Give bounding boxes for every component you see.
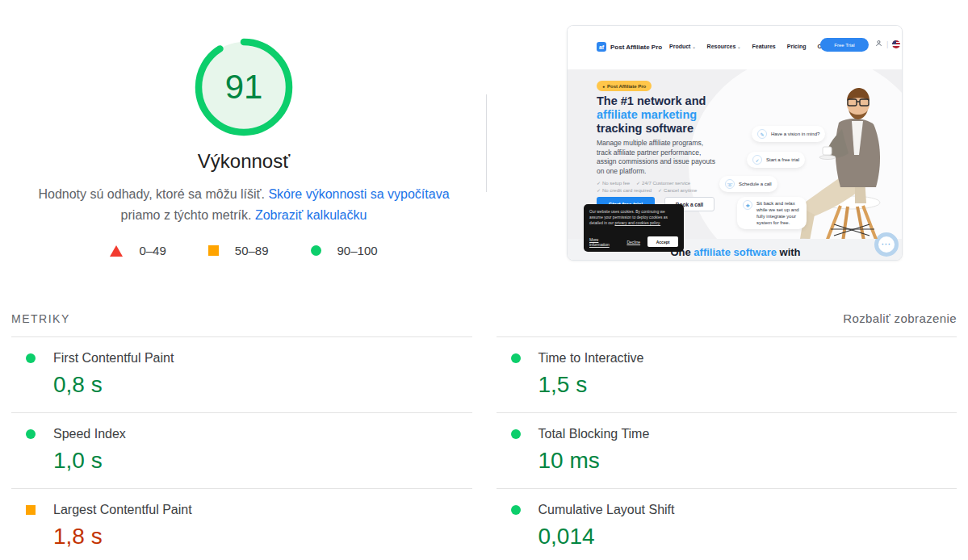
metric-first-contentful-paint: First Contentful Paint 0,8 s	[11, 336, 472, 412]
cookie-more-link: More information	[589, 237, 619, 247]
chevron-down-icon: ⌄	[692, 44, 695, 49]
metric-value: 10 ms	[538, 448, 958, 474]
metric-value: 1,5 s	[538, 372, 958, 398]
metrics-header: METRIKY Rozbaliť zobrazenie	[11, 311, 957, 336]
metric-status-icon	[511, 505, 521, 515]
report-summary-section: 91 Výkonnosť Hodnoty sú odhady, ktoré sa…	[0, 0, 968, 287]
screenshot-nav: Product ⌄ Resources ⌄ Features Pricing C…	[669, 44, 828, 49]
page-screenshot-thumbnail: af Post Affiliate Pro Product ⌄ Resource…	[567, 25, 903, 261]
metric-label: Speed Index	[53, 427, 126, 441]
hero-badge: ● Post Affiliate Pro	[597, 81, 652, 91]
legend-good: 90–100	[311, 244, 378, 257]
metric-label: Total Blocking Time	[538, 427, 650, 441]
legend-fail: 0–49	[110, 244, 166, 257]
chat-bubble-trial: ✓ Start a free trial	[747, 152, 805, 168]
metrics-section: METRIKY Rozbaliť zobrazenie First Conten…	[0, 311, 968, 560]
metric-value: 1,8 s	[53, 524, 472, 550]
metric-label: First Contentful Paint	[53, 351, 174, 366]
cookie-accept-button: Accept	[647, 236, 678, 247]
cookie-decline-link: Decline	[626, 240, 640, 244]
legend-average-range: 50–89	[235, 244, 269, 257]
chat-bubble-call: ☏ Schedule a call	[719, 176, 777, 192]
chat-bubble-vision: ✎ Have a vision in mind?	[752, 126, 825, 142]
screenshot-logo: af Post Affiliate Pro	[597, 42, 662, 52]
nav-resources: Resources ⌄	[707, 44, 741, 49]
metric-status-icon	[26, 353, 36, 363]
metrics-column-left: First Contentful Paint 0,8 s Speed Index…	[11, 336, 472, 560]
hero-checklist: ✓No setup fee✓24/7 Customer service ✓No …	[597, 180, 697, 194]
legend-fail-range: 0–49	[139, 244, 166, 257]
header-separator: |	[886, 40, 888, 48]
header-icons: | ⌄	[875, 40, 903, 48]
metric-cumulative-layout-shift: Cumulative Layout Shift 0,014	[497, 488, 958, 560]
metric-label: Largest Contentful Paint	[53, 503, 192, 517]
metric-largest-contentful-paint: Largest Contentful Paint 1,8 s	[11, 488, 472, 560]
good-circle-icon	[311, 245, 321, 256]
hero-heading-line2: affiliate marketing	[597, 108, 706, 122]
score-legend: 0–49 50–89 90–100	[0, 244, 488, 257]
chat-bubble-relax: ✚ Sit back and relax while we set up and…	[737, 197, 807, 229]
cookie-text: Our website uses cookies. By continuing …	[589, 209, 678, 226]
nav-product: Product ⌄	[669, 44, 696, 49]
metric-value: 0,8 s	[53, 372, 472, 398]
performance-score: 91	[192, 36, 295, 139]
metrics-section-title: METRIKY	[11, 312, 70, 325]
checklist-row2: ✓No credit card required✓Cancel anytime	[597, 187, 697, 194]
metric-status-icon	[26, 429, 36, 439]
metric-value: 0,014	[538, 524, 958, 550]
metrics-grid: First Contentful Paint 0,8 s Speed Index…	[11, 336, 957, 560]
category-title: Výkonnosť	[0, 150, 488, 173]
metrics-column-right: Time to Interactive 1,5 s Total Blocking…	[497, 336, 958, 560]
hero-heading: The #1 network and affiliate marketing t…	[597, 94, 706, 136]
metric-value: 1,0 s	[53, 448, 472, 474]
performance-summary: 91 Výkonnosť Hodnoty sú odhady, ktoré sa…	[0, 0, 488, 257]
free-trial-button: Free Trial	[820, 38, 869, 52]
check-icon: ✓	[752, 155, 762, 165]
screenshot-site-header: af Post Affiliate Pro Product ⌄ Resource…	[568, 26, 902, 69]
nav-features: Features	[752, 44, 776, 49]
chevron-down-icon: ⌄	[737, 44, 740, 49]
fail-triangle-icon	[110, 245, 123, 257]
metric-label: Cumulative Layout Shift	[538, 503, 675, 517]
metric-time-to-interactive: Time to Interactive 1,5 s	[497, 336, 958, 412]
score-calc-link[interactable]: Skóre výkonnosti sa vypočítava	[268, 187, 449, 201]
metric-status-icon	[511, 429, 521, 439]
expand-view-toggle[interactable]: Rozbaliť zobrazenie	[843, 311, 957, 325]
cookie-banner: Our website uses cookies. By continuing …	[584, 204, 684, 252]
performance-gauge: 91	[192, 36, 295, 139]
show-calculator-link[interactable]: Zobraziť kalkulačku	[255, 208, 367, 222]
desc-text-2: priamo z týchto metrík.	[121, 208, 255, 222]
nav-pricing: Pricing	[787, 44, 807, 49]
badge-icon: ●	[602, 84, 605, 89]
metric-speed-index: Speed Index 1,0 s	[11, 412, 472, 488]
metric-status-icon	[26, 505, 36, 515]
legend-average: 50–89	[208, 244, 269, 257]
phone-icon: ☏	[725, 179, 735, 189]
checklist-row1: ✓No setup fee✓24/7 Customer service	[597, 180, 697, 187]
logo-text: Post Affiliate Pro	[610, 44, 662, 51]
logo-icon: af	[597, 42, 606, 52]
metric-label: Time to Interactive	[538, 351, 644, 366]
desc-text-1: Hodnoty sú odhady, ktoré sa môžu líšiť.	[38, 187, 268, 201]
metric-status-icon	[511, 353, 521, 363]
score-description: Hodnoty sú odhady, ktoré sa môžu líšiť. …	[32, 184, 455, 226]
us-flag-icon	[892, 40, 900, 48]
metric-total-blocking-time: Total Blocking Time 10 ms	[497, 412, 958, 488]
plus-icon: ✚	[743, 200, 752, 210]
hero-heading-line3: tracking software	[597, 122, 706, 136]
average-square-icon	[208, 245, 219, 256]
cookie-actions: More information Decline Accept	[589, 236, 678, 247]
hero-paragraph: Manage multiple affiliate programs, trac…	[597, 139, 719, 176]
legend-good-range: 90–100	[337, 244, 378, 257]
cookie-policy-link: privacy and cookies policy.	[614, 221, 660, 225]
pencil-icon: ✎	[757, 129, 767, 139]
account-icon	[875, 40, 882, 48]
vertical-divider	[486, 94, 487, 192]
badge-label: Post Affiliate Pro	[607, 84, 646, 89]
hero-heading-line1: The #1 network and	[597, 94, 706, 108]
